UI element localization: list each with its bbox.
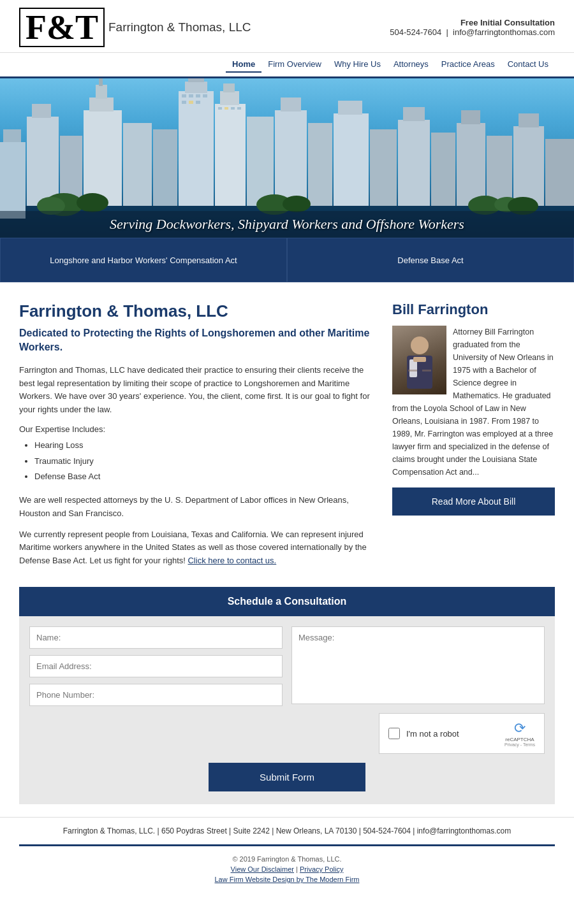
recaptcha-icon: ⟳ bbox=[504, 720, 535, 737]
nav-home[interactable]: Home bbox=[226, 57, 261, 73]
firm-desc3: We currently represent people from Louis… bbox=[19, 528, 373, 568]
svg-point-38 bbox=[283, 196, 311, 212]
svg-rect-11 bbox=[153, 129, 177, 206]
form-main-row bbox=[19, 626, 555, 707]
form-right-field bbox=[291, 626, 545, 707]
svg-rect-17 bbox=[223, 83, 235, 92]
svg-rect-8 bbox=[96, 85, 107, 99]
svg-rect-27 bbox=[431, 133, 455, 206]
schedule-section: Schedule a Consultation I'm not a robot … bbox=[19, 587, 555, 804]
nav-contact-us[interactable]: Contact Us bbox=[501, 57, 555, 73]
footer-copyright: © 2019 Farrington & Thomas, LLC. bbox=[13, 855, 561, 863]
schedule-header: Schedule a Consultation bbox=[19, 587, 555, 616]
contact-info: 504-524-7604 | info@farringtonthomas.com bbox=[390, 27, 555, 37]
svg-rect-32 bbox=[519, 113, 539, 127]
longshore-btn[interactable]: Longshore and Harbor Workers' Compensati… bbox=[0, 238, 287, 282]
expertise-item-2: Traumatic Injury bbox=[34, 454, 373, 470]
submit-row: Submit Form bbox=[19, 763, 555, 791]
svg-rect-42 bbox=[182, 94, 186, 97]
svg-rect-20 bbox=[281, 97, 301, 112]
svg-rect-56 bbox=[413, 357, 426, 362]
recaptcha-logo: ⟳ reCAPTCHA Privacy - Terms bbox=[504, 720, 535, 747]
svg-rect-21 bbox=[308, 123, 332, 206]
defense-base-btn[interactable]: Defense Base Act bbox=[287, 238, 574, 282]
email: info@farringtonthomas.com bbox=[453, 27, 555, 37]
svg-rect-33 bbox=[545, 139, 574, 206]
name-input[interactable] bbox=[29, 626, 283, 649]
svg-rect-14 bbox=[188, 78, 204, 82]
captcha-label: I'm not a robot bbox=[406, 729, 498, 739]
svg-rect-47 bbox=[189, 101, 193, 104]
hero-buttons: Longshore and Harbor Workers' Compensati… bbox=[0, 238, 574, 282]
phone-input[interactable] bbox=[29, 684, 283, 706]
svg-rect-58 bbox=[422, 370, 431, 372]
svg-rect-2 bbox=[3, 129, 21, 142]
privacy-link[interactable]: Privacy Policy bbox=[300, 865, 343, 873]
nav-practice-areas[interactable]: Practice Areas bbox=[435, 57, 501, 73]
email-input[interactable] bbox=[29, 655, 283, 677]
svg-rect-49 bbox=[218, 107, 222, 110]
svg-rect-29 bbox=[461, 110, 480, 124]
svg-rect-30 bbox=[487, 136, 512, 206]
svg-rect-44 bbox=[196, 94, 200, 97]
svg-rect-3 bbox=[27, 117, 59, 206]
svg-rect-26 bbox=[403, 107, 425, 121]
firm-desc1: Farrington and Thomas, LLC have dedicate… bbox=[19, 364, 373, 417]
expertise-item-1: Hearing Loss bbox=[34, 438, 373, 454]
svg-rect-13 bbox=[185, 82, 207, 93]
design-credit: Law Firm Website Design by The Modern Fi… bbox=[13, 876, 561, 883]
captcha-row: I'm not a robot ⟳ reCAPTCHA Privacy - Te… bbox=[19, 713, 555, 754]
logo-ft-symbol: F&T bbox=[19, 8, 105, 47]
contact-link[interactable]: Click here to contact us. bbox=[188, 556, 276, 565]
svg-rect-55 bbox=[409, 359, 417, 377]
svg-rect-1 bbox=[0, 142, 26, 219]
nav-attorneys[interactable]: Attorneys bbox=[387, 57, 435, 73]
svg-point-53 bbox=[411, 336, 429, 354]
recaptcha-brand: reCAPTCHA bbox=[504, 737, 535, 742]
firm-subtitle: Dedicated to Protecting the Rights of Lo… bbox=[19, 326, 373, 355]
svg-rect-19 bbox=[275, 110, 307, 206]
main-nav: Home Firm Overview Why Hire Us Attorneys… bbox=[0, 53, 574, 78]
captcha-checkbox[interactable] bbox=[388, 728, 400, 739]
svg-rect-22 bbox=[334, 113, 369, 206]
design-credit-link[interactable]: Law Firm Website Design by The Modern Fi… bbox=[215, 876, 360, 883]
firm-title: Farrington & Thomas, LLC bbox=[19, 301, 373, 321]
nav-why-hire-us[interactable]: Why Hire Us bbox=[328, 57, 387, 73]
svg-rect-46 bbox=[182, 101, 186, 104]
logo: F&T Farrington & Thomas, LLC bbox=[19, 8, 251, 47]
footer-links: View Our Disclaimer | Privacy Policy bbox=[13, 865, 561, 873]
left-column: Farrington & Thomas, LLC Dedicated to Pr… bbox=[19, 301, 373, 568]
svg-rect-12 bbox=[179, 91, 214, 206]
hero-title: Serving Dockworkers, Shipyard Workers an… bbox=[110, 216, 464, 232]
header: F&T Farrington & Thomas, LLC Free Initia… bbox=[0, 0, 574, 53]
bill-photo bbox=[392, 326, 446, 394]
captcha-box: I'm not a robot ⟳ reCAPTCHA Privacy - Te… bbox=[379, 713, 545, 754]
main-content: Farrington & Thomas, LLC Dedicated to Pr… bbox=[0, 282, 574, 587]
logo-company-name: Farrington & Thomas, LLC bbox=[108, 20, 251, 34]
person-silhouette bbox=[401, 331, 439, 389]
svg-rect-23 bbox=[338, 101, 362, 115]
svg-rect-43 bbox=[189, 94, 193, 97]
nav-firm-overview[interactable]: Firm Overview bbox=[261, 57, 328, 73]
read-more-bill-button[interactable]: Read More About Bill bbox=[392, 487, 555, 516]
footer-bottom: © 2019 Farrington & Thomas, LLC. View Ou… bbox=[0, 846, 574, 892]
svg-rect-48 bbox=[196, 101, 200, 104]
header-contact: Free Initial Consultation 504-524-7604 |… bbox=[390, 18, 555, 37]
message-textarea[interactable] bbox=[291, 626, 545, 704]
consultation-title: Free Initial Consultation bbox=[390, 18, 555, 27]
svg-rect-31 bbox=[513, 126, 544, 206]
svg-rect-57 bbox=[408, 370, 417, 372]
svg-rect-25 bbox=[398, 120, 430, 206]
expertise-item-3: Defense Base Act bbox=[34, 469, 373, 485]
disclaimer-link[interactable]: View Our Disclaimer bbox=[231, 865, 294, 873]
expertise-list: Hearing Loss Traumatic Injury Defense Ba… bbox=[34, 438, 373, 485]
svg-point-35 bbox=[77, 193, 108, 212]
svg-rect-15 bbox=[215, 104, 246, 206]
svg-rect-6 bbox=[84, 110, 122, 206]
submit-button[interactable]: Submit Form bbox=[209, 763, 365, 791]
hero: Serving Dockworkers, Shipyard Workers an… bbox=[0, 78, 574, 282]
bill-bio-section: Attorney Bill Farrington graduated from … bbox=[392, 326, 555, 479]
svg-rect-18 bbox=[247, 117, 274, 206]
firm-desc2: We are well respected attorneys by the U… bbox=[19, 494, 373, 521]
form-left-fields bbox=[29, 626, 283, 707]
